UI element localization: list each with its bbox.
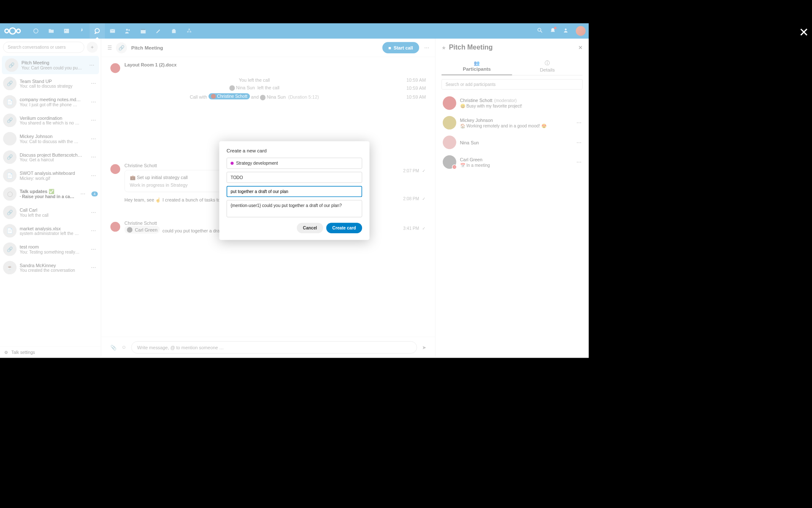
board-select[interactable]: Strategy development (227, 158, 362, 169)
modal-overlay: Create a new card Strategy development T… (0, 23, 589, 358)
card-description-input[interactable] (227, 200, 362, 218)
cancel-button[interactable]: Cancel (297, 223, 323, 233)
create-card-button[interactable]: Create card (326, 223, 362, 233)
create-card-modal: Create a new card Strategy development T… (219, 141, 369, 240)
modal-title: Create a new card (227, 148, 362, 153)
board-color-dot (230, 162, 233, 165)
list-select[interactable]: TODO (227, 172, 362, 183)
overlay-close-icon[interactable]: ✕ (799, 25, 809, 39)
card-title-input[interactable] (227, 186, 362, 197)
